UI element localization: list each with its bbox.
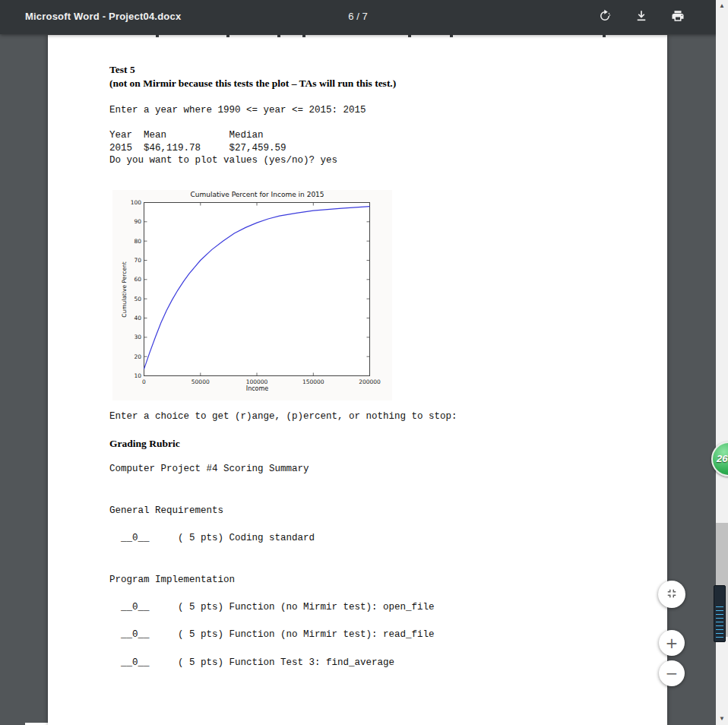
clipped-text-mark — [450, 35, 453, 37]
download-icon — [635, 9, 648, 25]
print-button[interactable] — [670, 10, 685, 25]
zoom-out-button[interactable]: − — [659, 660, 685, 686]
console-output-block: Enter a year where 1990 <= year <= 2015:… — [109, 104, 366, 167]
prompt-line: Enter a choice to get (r)ange, (p)ercent… — [109, 410, 457, 423]
clipped-text-mark — [302, 35, 305, 37]
plot-area — [112, 190, 392, 400]
badge-value: 26 — [717, 453, 727, 464]
viewer-toolbar: Microsoft Word - Project04.docx 6 / 7 — [0, 0, 728, 34]
x-tick-label: 50000 — [180, 378, 221, 385]
y-tick-label: 50 — [112, 296, 141, 302]
zoom-in-button[interactable]: + — [659, 630, 685, 656]
x-tick-label: 150000 — [293, 378, 334, 385]
toolbar-actions — [597, 0, 685, 34]
rotate-button[interactable] — [597, 10, 612, 25]
fit-page-icon — [665, 587, 679, 603]
y-tick-label: 100 — [112, 199, 141, 206]
x-tick-label: 0 — [124, 378, 165, 385]
chart-title: Cumulative Percent for Income in 2015 — [144, 191, 370, 198]
x-tick-label: 200000 — [350, 378, 391, 385]
y-tick-label: 40 — [112, 315, 141, 321]
chart-xlabel: Income — [144, 385, 370, 392]
clipped-text-mark — [277, 35, 280, 37]
rotate-ccw-icon — [598, 9, 612, 25]
pdf-viewer: Microsoft Word - Project04.docx 6 / 7 — [0, 0, 728, 725]
plus-icon: + — [666, 635, 679, 651]
print-icon — [671, 9, 685, 25]
income-chart: Cumulative Percent for Income in 2015 Cu… — [112, 190, 392, 400]
y-tick-label: 20 — [112, 353, 141, 360]
clipped-text-mark — [408, 35, 411, 37]
chart-ylabel: Cumulative Percent — [121, 261, 128, 317]
scroll-marker-widget[interactable] — [714, 585, 726, 642]
fit-page-button[interactable] — [658, 581, 685, 608]
scroll-marker-stripes-icon — [716, 606, 723, 638]
rubric-block: Computer Project #4 Scoring Summary Gene… — [109, 462, 435, 670]
y-tick-label: 30 — [112, 334, 141, 340]
clipped-text-mark — [603, 35, 606, 37]
y-tick-label: 80 — [112, 238, 141, 245]
clipped-text-mark — [156, 35, 159, 37]
download-button[interactable] — [634, 10, 649, 25]
minus-icon: − — [666, 666, 679, 681]
x-tick-label: 100000 — [236, 378, 277, 385]
test5-heading: Test 5 — [109, 63, 396, 77]
clipped-text-mark — [226, 35, 229, 37]
overlay-badge[interactable]: 26 — [711, 442, 728, 476]
section-heading: Test 5 (not on Mirmir because this tests… — [109, 63, 396, 90]
scroll-down-arrow-icon[interactable]: ▼ — [716, 714, 728, 724]
test5-note: (not on Mirmir because this tests the pl… — [109, 77, 396, 90]
y-tick-label: 60 — [112, 276, 141, 283]
grading-rubric-heading: Grading Rubric — [109, 437, 180, 451]
document-page: Test 5 (not on Mirmir because this tests… — [48, 35, 667, 725]
scroll-up-arrow-icon[interactable]: ▲ — [716, 1, 728, 11]
y-tick-label: 70 — [112, 257, 141, 264]
y-tick-label: 90 — [112, 218, 141, 225]
